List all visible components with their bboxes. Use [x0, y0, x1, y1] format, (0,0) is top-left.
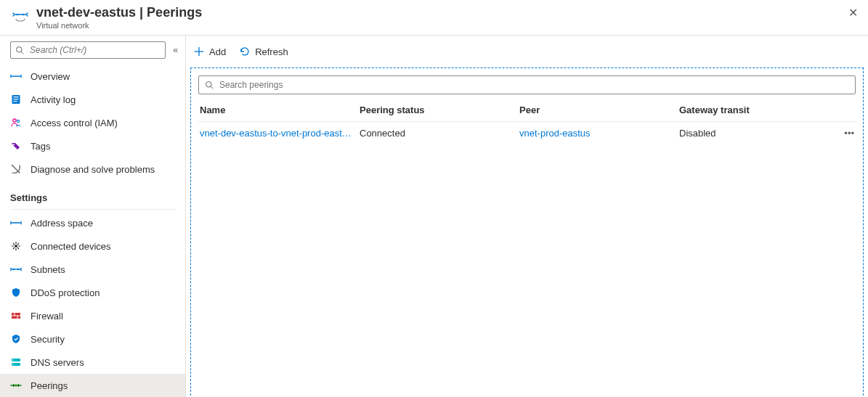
security-icon [10, 333, 22, 345]
vnet-resource-icon [12, 6, 29, 23]
divider [10, 209, 175, 210]
sidebar-item-subnets[interactable]: Subnets [0, 258, 185, 281]
refresh-icon [239, 46, 251, 57]
svg-point-13 [13, 269, 15, 270]
sidebar-item-label: Tags [31, 141, 50, 152]
subnet-icon [10, 263, 22, 275]
col-header-peer[interactable]: Peer [519, 105, 679, 115]
svg-point-1 [23, 14, 25, 16]
peerings-icon [10, 380, 22, 391]
svg-point-23 [15, 385, 17, 387]
people-icon [10, 117, 22, 128]
sidebar-item-ddos[interactable]: DDoS protection [0, 281, 185, 304]
svg-point-22 [12, 364, 14, 365]
sidebar-item-tags[interactable]: Tags [0, 134, 185, 157]
sidebar-search-box[interactable] [10, 41, 166, 59]
sidebar-item-security[interactable]: Security [0, 327, 185, 351]
filter-box[interactable] [198, 75, 856, 94]
shield-icon [10, 287, 22, 298]
firewall-icon [10, 310, 22, 322]
plus-icon [193, 46, 205, 57]
sidebar-item-overview[interactable]: Overview [0, 65, 185, 88]
sidebar-item-address-space[interactable]: Address space [0, 211, 185, 234]
blade-subtitle: Virtual network [36, 20, 845, 30]
search-icon [205, 81, 214, 89]
dns-icon [10, 356, 22, 368]
peering-status: Connected [360, 128, 405, 139]
svg-point-0 [17, 14, 19, 16]
resource-name: vnet-dev-eastus [36, 5, 136, 20]
cmd-label: Refresh [255, 46, 288, 57]
cmd-label: Add [209, 46, 226, 57]
command-bar: Add Refresh [186, 36, 868, 67]
sidebar-item-dns[interactable]: DNS servers [0, 351, 185, 374]
svg-rect-7 [14, 101, 17, 102]
svg-point-9 [17, 120, 19, 122]
addr-icon [10, 217, 22, 229]
svg-rect-5 [14, 97, 19, 97]
sidebar: « Overview Activity log [0, 36, 186, 397]
refresh-button[interactable]: Refresh [239, 46, 288, 57]
table-row: vnet-dev-eastus-to-vnet-prod-east… Conne… [198, 122, 856, 144]
row-context-menu[interactable]: ••• [844, 128, 854, 139]
search-icon [15, 46, 24, 54]
gateway-transit: Disabled [679, 128, 716, 139]
sidebar-item-label: Subnets [31, 264, 65, 275]
col-header-gateway[interactable]: Gateway transit [679, 105, 834, 115]
svg-point-26 [206, 82, 212, 88]
sidebar-search-input[interactable] [28, 44, 161, 56]
sidebar-item-label: DNS servers [31, 357, 84, 368]
content-area: Add Refresh Name P [186, 36, 868, 397]
svg-point-14 [17, 269, 19, 270]
diagnose-icon [10, 163, 22, 175]
peering-name-link[interactable]: vnet-dev-eastus-to-vnet-prod-east… [200, 128, 354, 139]
peer-link[interactable]: vnet-prod-eastus [519, 128, 591, 139]
sidebar-item-peerings[interactable]: Peerings [0, 374, 185, 397]
sidebar-item-label: Connected devices [31, 241, 111, 252]
conn-icon [10, 240, 22, 252]
col-header-name[interactable]: Name [200, 105, 360, 115]
svg-point-12 [15, 245, 17, 247]
blade-header: vnet-dev-eastus | Peerings Virtual netwo… [0, 0, 868, 36]
sidebar-section-settings: Settings [0, 181, 185, 208]
blade-title: vnet-dev-eastus | Peerings [36, 4, 845, 20]
svg-line-27 [211, 86, 213, 89]
svg-point-21 [12, 359, 14, 361]
sidebar-item-label: Overview [31, 71, 70, 82]
log-icon [10, 94, 22, 105]
table-header: Name Peering status Peer Gateway transit [198, 99, 856, 122]
add-button[interactable]: Add [193, 46, 226, 57]
svg-point-8 [13, 119, 16, 122]
filter-input[interactable] [218, 79, 849, 91]
collapse-sidebar-button[interactable]: « [171, 44, 179, 57]
close-button[interactable]: ✕ [845, 4, 861, 22]
sidebar-item-access-control[interactable]: Access control (IAM) [0, 111, 185, 134]
sidebar-item-diagnose[interactable]: Diagnose and solve problems [0, 157, 185, 181]
sidebar-item-label: Firewall [31, 311, 63, 322]
sidebar-item-label: DDoS protection [31, 287, 100, 298]
blade-content: Name Peering status Peer Gateway transit… [190, 67, 864, 397]
svg-point-10 [13, 144, 15, 145]
col-header-status[interactable]: Peering status [360, 105, 519, 115]
sidebar-item-connected-devices[interactable]: Connected devices [0, 234, 185, 258]
sidebar-item-label: Security [31, 334, 65, 345]
sidebar-nav: Overview Activity log Access control (IA… [0, 65, 185, 397]
sidebar-item-label: Diagnose and solve problems [31, 164, 155, 175]
sidebar-item-firewall[interactable]: Firewall [0, 304, 185, 327]
svg-point-2 [17, 47, 23, 53]
vnet-icon [10, 70, 22, 82]
sidebar-item-label: Access control (IAM) [31, 118, 118, 128]
sidebar-item-label: Activity log [31, 94, 76, 105]
sidebar-item-label: Peerings [31, 380, 68, 391]
sidebar-item-label: Address space [31, 218, 93, 229]
sidebar-item-activity-log[interactable]: Activity log [0, 88, 185, 111]
svg-point-11 [12, 165, 13, 166]
tag-icon [10, 140, 22, 152]
svg-rect-6 [14, 99, 19, 99]
page-name: Peerings [147, 5, 202, 20]
svg-line-3 [21, 52, 23, 54]
